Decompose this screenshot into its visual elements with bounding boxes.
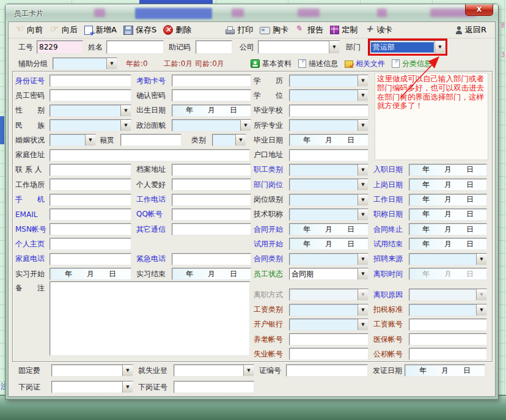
text-input[interactable] xyxy=(50,253,131,265)
combo-box[interactable]: ▼ xyxy=(289,304,369,316)
combo-box[interactable]: ▼ xyxy=(50,119,131,131)
combo-box[interactable]: ▼ xyxy=(289,179,369,191)
department-combo[interactable]: 营运部 ▼ xyxy=(370,40,446,54)
combo-box[interactable]: ▼ xyxy=(289,164,369,176)
tab-category[interactable]: 分类信息 xyxy=(392,59,431,69)
toolbar-button-back[interactable]: 向前 xyxy=(15,24,43,35)
toolbar-button-forward[interactable]: 向后 xyxy=(50,24,78,35)
dropdown-arrow-icon[interactable]: ▼ xyxy=(358,90,368,101)
dropdown-arrow-icon[interactable]: ▼ xyxy=(358,319,368,330)
dropdown-arrow-icon[interactable]: ▼ xyxy=(358,179,368,190)
combo-box[interactable]: ▼ xyxy=(289,319,369,331)
date-field[interactable]: 年 月 日 xyxy=(405,364,485,377)
text-input[interactable] xyxy=(172,75,251,87)
combo-box[interactable]: ▼ xyxy=(172,119,251,131)
company-combo[interactable]: ▼ xyxy=(258,40,340,54)
dropdown-arrow-icon[interactable]: ▼ xyxy=(235,134,246,146)
mnemonic-input[interactable] xyxy=(196,40,232,54)
text-input[interactable] xyxy=(172,253,251,265)
text-input[interactable] xyxy=(50,179,131,191)
dropdown-arrow-icon[interactable]: ▼ xyxy=(358,268,368,279)
text-input[interactable] xyxy=(172,208,251,221)
dropdown-arrow-icon[interactable]: ▼ xyxy=(122,381,133,392)
dropdown-arrow-icon[interactable]: ▼ xyxy=(358,254,368,265)
dropdown-arrow-icon[interactable]: ▼ xyxy=(476,254,486,265)
date-field[interactable]: 年 月 日 xyxy=(409,238,487,250)
toolbar-button-readcard[interactable]: 读卡 xyxy=(364,24,392,35)
combo-box[interactable]: ▼ xyxy=(409,253,487,265)
date-field[interactable]: 年 月 日 xyxy=(409,223,487,235)
text-input[interactable] xyxy=(50,149,250,161)
text-input[interactable] xyxy=(289,348,369,360)
dropdown-arrow-icon[interactable]: ▼ xyxy=(358,75,368,86)
toolbar-button-customize[interactable]: 定制 xyxy=(330,24,358,35)
dropdown-arrow-icon[interactable]: ▼ xyxy=(435,41,445,53)
dropdown-arrow-icon[interactable]: ▼ xyxy=(476,289,486,300)
text-input[interactable] xyxy=(50,194,131,206)
dropdown-arrow-icon[interactable]: ▼ xyxy=(358,194,368,205)
combo-box[interactable]: ▼ xyxy=(289,253,369,265)
combo-box[interactable]: ▼ xyxy=(289,119,369,131)
close-button[interactable]: X xyxy=(465,4,493,16)
text-input[interactable] xyxy=(409,348,487,360)
combo-box[interactable]: ▼ xyxy=(409,304,487,316)
combo-box[interactable]: ▼ xyxy=(51,364,133,377)
aux-group-combo[interactable]: ▼ xyxy=(53,57,117,70)
dropdown-arrow-icon[interactable]: ▼ xyxy=(358,120,368,131)
tab-files[interactable]: 相关文件 xyxy=(345,59,385,69)
combo-box[interactable]: ▼ xyxy=(212,134,246,146)
dropdown-arrow-icon[interactable]: ▼ xyxy=(120,120,131,131)
dropdown-arrow-icon[interactable]: ▼ xyxy=(358,289,368,300)
text-input[interactable] xyxy=(50,164,131,176)
text-input[interactable] xyxy=(50,238,131,250)
toolbar-button-report[interactable]: 报告 xyxy=(295,24,323,35)
combo-box[interactable]: ▼ xyxy=(289,208,369,221)
notes-textarea[interactable] xyxy=(50,281,250,356)
combo-box[interactable]: ▼ xyxy=(409,289,487,301)
date-field[interactable]: 年 月 日 xyxy=(409,164,487,176)
dropdown-arrow-icon[interactable]: ▼ xyxy=(358,304,368,315)
date-field[interactable]: 年 月 日 xyxy=(409,194,487,206)
text-input[interactable] xyxy=(172,89,251,101)
date-field[interactable]: 年 月 日 xyxy=(289,238,369,250)
combo-box[interactable]: ▼ xyxy=(51,381,133,393)
combo-box[interactable]: 合同期▼ xyxy=(289,268,369,280)
dropdown-arrow-icon[interactable]: ▼ xyxy=(476,304,486,315)
date-field[interactable]: 年 月 日 xyxy=(289,134,369,146)
combo-box[interactable]: ▼ xyxy=(289,194,369,206)
text-input[interactable] xyxy=(286,364,368,377)
date-field[interactable]: 年 月 日 xyxy=(409,179,487,191)
dropdown-arrow-icon[interactable]: ▼ xyxy=(240,120,251,131)
emp-no-input[interactable]: 8229 xyxy=(37,40,83,54)
dropdown-arrow-icon[interactable]: ▼ xyxy=(358,209,368,220)
text-input[interactable] xyxy=(120,134,182,146)
toolbar-button-save[interactable]: 保存S xyxy=(123,24,156,35)
dropdown-arrow-icon[interactable]: ▼ xyxy=(106,58,117,69)
tab-description[interactable]: 描述信息 xyxy=(298,59,338,69)
date-field[interactable]: 年 月 日 xyxy=(409,268,487,280)
text-input[interactable] xyxy=(50,223,131,235)
text-input[interactable] xyxy=(174,381,254,393)
dropdown-arrow-icon[interactable]: ▼ xyxy=(243,365,254,376)
text-input[interactable] xyxy=(289,149,369,161)
combo-box[interactable]: ▼ xyxy=(289,89,369,101)
date-field[interactable]: 年 月 日 xyxy=(50,268,131,280)
text-input[interactable] xyxy=(172,223,251,235)
text-input[interactable] xyxy=(289,333,369,345)
date-field[interactable]: 年 月 日 xyxy=(172,105,251,117)
dropdown-arrow-icon[interactable]: ▼ xyxy=(329,41,339,53)
dropdown-arrow-icon[interactable]: ▼ xyxy=(358,164,368,175)
text-input[interactable] xyxy=(289,105,369,117)
toolbar-button-return[interactable]: 返回R xyxy=(455,24,486,35)
toolbar-button-new[interactable]: 新增A xyxy=(84,24,117,35)
text-input[interactable] xyxy=(172,164,251,176)
text-input[interactable] xyxy=(172,194,251,206)
text-input[interactable] xyxy=(50,75,131,87)
text-input[interactable] xyxy=(409,319,487,331)
combo-box[interactable]: ▼ xyxy=(289,289,369,301)
titlebar[interactable]: 员工卡片 X xyxy=(6,4,498,21)
combo-box[interactable]: ▼ xyxy=(289,75,369,87)
name-input[interactable] xyxy=(106,40,164,54)
dropdown-arrow-icon[interactable]: ▼ xyxy=(85,134,95,146)
dropdown-arrow-icon[interactable]: ▼ xyxy=(120,105,131,116)
